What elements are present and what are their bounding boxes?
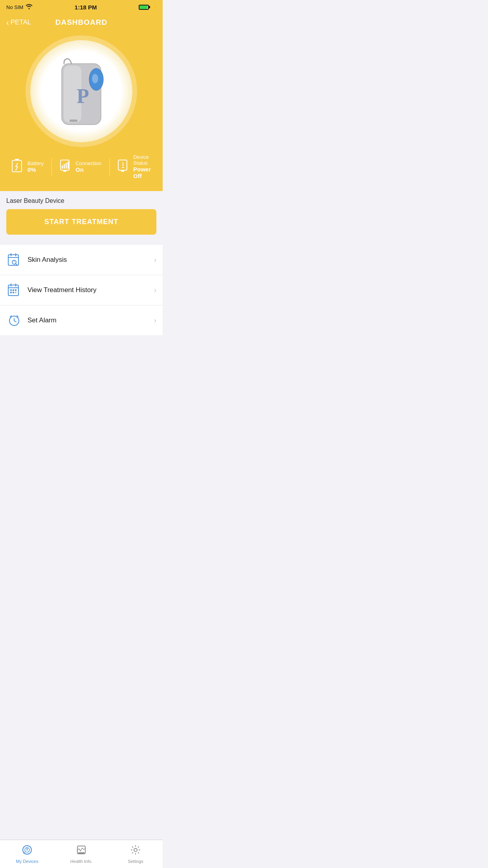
treatment-history-icon: [6, 282, 22, 298]
device-status-item: Device Status Power Off: [110, 154, 159, 179]
svg-rect-33: [13, 292, 14, 293]
set-alarm-icon: [6, 313, 22, 328]
connection-label: Connection: [75, 160, 101, 166]
set-alarm-chevron-icon: ›: [154, 316, 156, 325]
skin-analysis-chevron-icon: ›: [154, 256, 156, 264]
treatment-history-label: View Treatment History: [28, 286, 154, 294]
svg-rect-30: [13, 289, 14, 291]
svg-point-3: [92, 74, 98, 83]
svg-rect-31: [15, 289, 17, 291]
svg-rect-13: [68, 162, 69, 169]
menu-section: Skin Analysis › View Treatment History ›: [0, 245, 163, 335]
battery-text: Battery 0%: [28, 160, 44, 173]
status-bar: No SIM 1:18 PM ⚡: [0, 0, 163, 14]
battery-value: 0%: [28, 166, 44, 173]
svg-text:P: P: [77, 85, 89, 107]
nav-header: ‹ PETAL DASHBOARD: [0, 14, 163, 32]
svg-rect-29: [10, 289, 12, 291]
hero-section: P Battery 0%: [0, 32, 163, 191]
back-button[interactable]: ‹ PETAL: [6, 18, 31, 27]
status-right: ⚡: [139, 4, 156, 10]
svg-rect-6: [12, 160, 22, 172]
svg-rect-34: [15, 292, 17, 293]
svg-rect-5: [70, 120, 77, 122]
carrier-text: No SIM: [6, 4, 23, 10]
battery-indicator: [139, 5, 149, 10]
status-time: 1:18 PM: [75, 4, 97, 11]
battery-icon: [12, 158, 24, 175]
skin-analysis-item[interactable]: Skin Analysis ›: [0, 245, 163, 275]
svg-rect-32: [10, 292, 12, 293]
svg-line-37: [14, 321, 16, 322]
device-svg: P: [50, 56, 113, 134]
connection-value: On: [75, 166, 101, 173]
set-alarm-label: Set Alarm: [28, 316, 154, 324]
svg-rect-7: [15, 159, 19, 161]
device-name: Laser Beauty Device: [6, 197, 156, 204]
svg-rect-12: [66, 163, 67, 169]
device-status-label: Device Status: [133, 154, 151, 166]
skin-analysis-label: Skin Analysis: [28, 256, 154, 264]
status-row: Battery 0% Connection On: [8, 154, 155, 179]
skin-analysis-icon: [6, 252, 22, 268]
treatment-history-item[interactable]: View Treatment History ›: [0, 275, 163, 305]
svg-rect-9: [63, 170, 66, 172]
svg-rect-15: [121, 170, 124, 172]
back-chevron-icon: ‹: [6, 18, 9, 27]
svg-rect-16: [123, 162, 123, 166]
set-alarm-item[interactable]: Set Alarm ›: [0, 305, 163, 335]
svg-rect-17: [122, 167, 124, 168]
device-circle: P: [30, 40, 132, 142]
connection-status-item: Connection On: [52, 158, 110, 175]
connection-icon: [60, 158, 72, 175]
treatment-history-chevron-icon: ›: [154, 286, 156, 294]
back-label: PETAL: [11, 18, 31, 26]
connection-text: Connection On: [75, 160, 101, 173]
battery-label: Battery: [28, 160, 44, 166]
svg-line-23: [16, 264, 17, 265]
battery-status-item: Battery 0%: [4, 158, 52, 175]
device-image: P: [50, 56, 113, 127]
page-title: DASHBOARD: [55, 18, 108, 27]
status-left: No SIM: [6, 4, 33, 11]
wifi-icon: [26, 4, 33, 11]
content-section: Laser Beauty Device START TREATMENT: [0, 191, 163, 241]
device-status-text: Device Status Power Off: [133, 154, 151, 179]
svg-rect-11: [64, 164, 65, 169]
device-status-icon: [117, 158, 129, 175]
svg-rect-10: [62, 166, 63, 169]
start-treatment-button[interactable]: START TREATMENT: [6, 209, 156, 235]
device-status-value: Power Off: [133, 166, 151, 179]
charging-icon: ⚡: [150, 4, 156, 10]
